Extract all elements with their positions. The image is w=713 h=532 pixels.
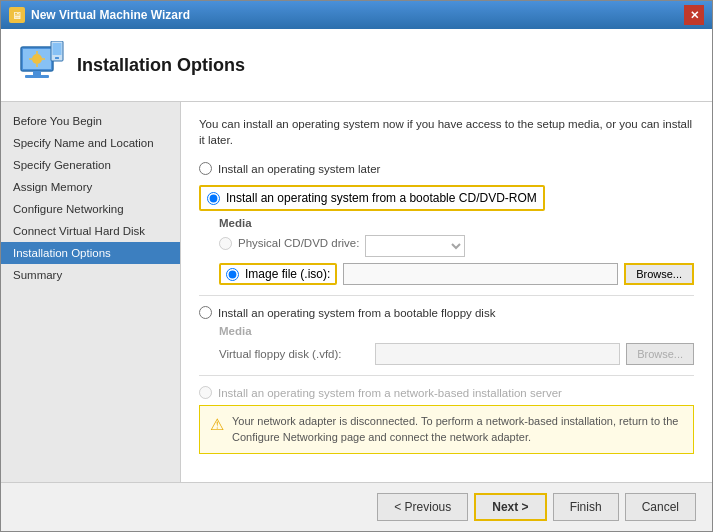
cd-dvd-group: Install an operating system from a boota… xyxy=(199,185,694,285)
title-bar: 🖥 New Virtual Machine Wizard ✕ xyxy=(1,1,712,29)
svg-rect-11 xyxy=(55,57,59,59)
install-later-label[interactable]: Install an operating system later xyxy=(199,162,694,175)
warning-box: ⚠ Your network adapter is disconnected. … xyxy=(199,405,694,454)
media-label: Media xyxy=(219,217,694,229)
header-icon xyxy=(17,41,65,89)
floppy-media-section: Media Virtual floppy disk (.vfd): Browse… xyxy=(219,325,694,365)
floppy-disk-label: Virtual floppy disk (.vfd): xyxy=(219,348,369,360)
title-bar-left: 🖥 New Virtual Machine Wizard xyxy=(9,7,190,23)
footer: < Previous Next > Finish Cancel xyxy=(1,482,712,531)
image-file-text: Image file (.iso): xyxy=(245,267,330,281)
floppy-browse-button[interactable]: Browse... xyxy=(626,343,694,365)
intro-text: You can install an operating system now … xyxy=(199,116,694,148)
floppy-path-input[interactable] xyxy=(375,343,620,365)
divider-1 xyxy=(199,295,694,296)
install-later-text: Install an operating system later xyxy=(218,163,380,175)
sidebar-item-connect-vhd[interactable]: Connect Virtual Hard Disk xyxy=(1,220,180,242)
main-content: You can install an operating system now … xyxy=(181,102,712,482)
sidebar-item-installation-options[interactable]: Installation Options xyxy=(1,242,180,264)
warning-icon: ⚠ xyxy=(210,414,224,436)
image-path-input[interactable]: S:\ISO\2012-R2-STD-9600.17050.WINBLUE_RE… xyxy=(343,263,618,285)
page-header: Installation Options xyxy=(1,29,712,102)
main-area: Before You Begin Specify Name and Locati… xyxy=(1,102,712,482)
top-panel: Installation Options Before You Begin Sp… xyxy=(1,29,712,482)
divider-2 xyxy=(199,375,694,376)
previous-button[interactable]: < Previous xyxy=(377,493,468,521)
sidebar-item-assign-memory[interactable]: Assign Memory xyxy=(1,176,180,198)
cd-dvd-text: Install an operating system from a boota… xyxy=(226,191,537,205)
physical-cd-radio[interactable] xyxy=(219,237,232,250)
sidebar-item-specify-name[interactable]: Specify Name and Location xyxy=(1,132,180,154)
sidebar-item-summary[interactable]: Summary xyxy=(1,264,180,286)
floppy-label[interactable]: Install an operating system from a boota… xyxy=(199,306,694,319)
physical-cd-text: Physical CD/DVD drive: xyxy=(238,237,359,249)
floppy-text: Install an operating system from a boota… xyxy=(218,307,495,319)
cancel-button[interactable]: Cancel xyxy=(625,493,696,521)
physical-drive-select[interactable] xyxy=(365,235,465,257)
floppy-group: Install an operating system from a boota… xyxy=(199,306,694,365)
network-text: Install an operating system from a netwo… xyxy=(218,387,562,399)
next-button[interactable]: Next > xyxy=(474,493,546,521)
sidebar-item-specify-generation[interactable]: Specify Generation xyxy=(1,154,180,176)
close-button[interactable]: ✕ xyxy=(684,5,704,25)
app-icon: 🖥 xyxy=(9,7,25,23)
image-file-radio[interactable] xyxy=(226,268,239,281)
floppy-disk-row: Virtual floppy disk (.vfd): Browse... xyxy=(219,343,694,365)
finish-button[interactable]: Finish xyxy=(553,493,619,521)
network-radio[interactable] xyxy=(199,386,212,399)
sidebar-item-before-you-begin[interactable]: Before You Begin xyxy=(1,110,180,132)
physical-cd-label[interactable]: Physical CD/DVD drive: xyxy=(219,237,359,250)
physical-cd-row: Physical CD/DVD drive: xyxy=(219,235,694,257)
install-later-group: Install an operating system later xyxy=(199,162,694,175)
sidebar-item-configure-networking[interactable]: Configure Networking xyxy=(1,198,180,220)
cd-dvd-radio[interactable] xyxy=(207,192,220,205)
cd-dvd-highlighted-border: Install an operating system from a boota… xyxy=(199,185,545,211)
svg-point-2 xyxy=(32,54,42,64)
floppy-radio[interactable] xyxy=(199,306,212,319)
floppy-media-label: Media xyxy=(219,325,694,337)
network-group: Install an operating system from a netwo… xyxy=(199,386,694,454)
image-file-highlighted: Image file (.iso): xyxy=(219,263,337,285)
svg-rect-10 xyxy=(53,43,62,55)
cd-dvd-media-section: Media Physical CD/DVD drive: xyxy=(219,217,694,285)
network-label[interactable]: Install an operating system from a netwo… xyxy=(199,386,694,399)
install-later-radio[interactable] xyxy=(199,162,212,175)
image-file-row: Image file (.iso): S:\ISO\2012-R2-STD-96… xyxy=(219,263,694,285)
svg-rect-8 xyxy=(25,75,49,78)
wizard-window: 🖥 New Virtual Machine Wizard ✕ xyxy=(0,0,713,532)
page-title: Installation Options xyxy=(77,55,245,76)
window-title: New Virtual Machine Wizard xyxy=(31,8,190,22)
image-browse-button[interactable]: Browse... xyxy=(624,263,694,285)
warning-text: Your network adapter is disconnected. To… xyxy=(232,414,683,445)
sidebar: Before You Begin Specify Name and Locati… xyxy=(1,102,181,482)
